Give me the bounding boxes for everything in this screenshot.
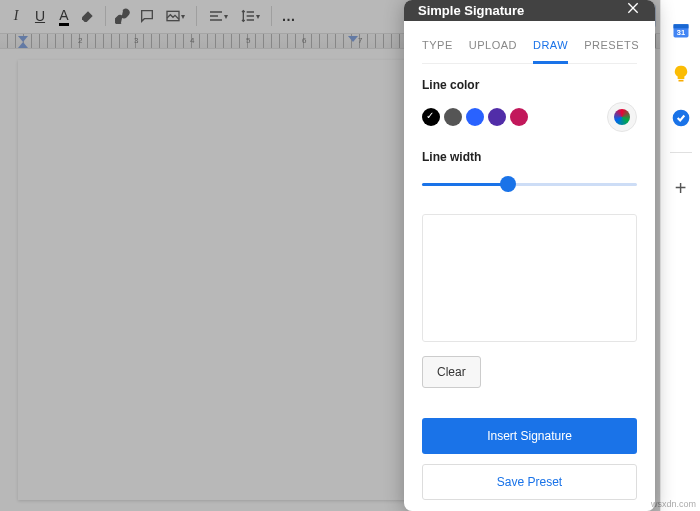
line-width-label: Line width — [422, 150, 637, 164]
svg-text:31: 31 — [676, 28, 684, 37]
tasks-addon-icon[interactable] — [671, 108, 691, 128]
panel-header: Simple Signature — [404, 0, 655, 21]
calendar-addon-icon[interactable]: 31 — [671, 20, 691, 40]
tab-draw[interactable]: DRAW — [533, 35, 568, 64]
color-black[interactable] — [422, 108, 440, 126]
signature-canvas[interactable] — [422, 214, 637, 342]
rail-separator — [670, 152, 692, 153]
tab-presets[interactable]: PRESETS — [584, 35, 639, 63]
clear-button[interactable]: Clear — [422, 356, 481, 388]
panel-title: Simple Signature — [418, 3, 625, 18]
close-button[interactable] — [625, 0, 641, 21]
watermark: wsxdn.com — [651, 499, 696, 509]
color-blue[interactable] — [466, 108, 484, 126]
color-red[interactable] — [510, 108, 528, 126]
side-panel-rail: 31 + — [660, 0, 700, 511]
save-preset-button[interactable]: Save Preset — [422, 464, 637, 500]
color-picker-button[interactable] — [607, 102, 637, 132]
color-swatches — [422, 102, 637, 132]
panel-tabs: TYPE UPLOAD DRAW PRESETS — [422, 35, 637, 64]
get-addons-button[interactable]: + — [675, 177, 687, 200]
svg-rect-4 — [678, 80, 683, 82]
tab-type[interactable]: TYPE — [422, 35, 453, 63]
color-purple[interactable] — [488, 108, 506, 126]
line-color-label: Line color — [422, 78, 637, 92]
keep-addon-icon[interactable] — [671, 64, 691, 84]
close-icon — [625, 0, 641, 16]
tab-upload[interactable]: UPLOAD — [469, 35, 517, 63]
line-width-slider[interactable] — [422, 174, 637, 194]
insert-signature-button[interactable]: Insert Signature — [422, 418, 637, 454]
signature-panel: Simple Signature TYPE UPLOAD DRAW PRESET… — [404, 0, 655, 511]
color-grey[interactable] — [444, 108, 462, 126]
